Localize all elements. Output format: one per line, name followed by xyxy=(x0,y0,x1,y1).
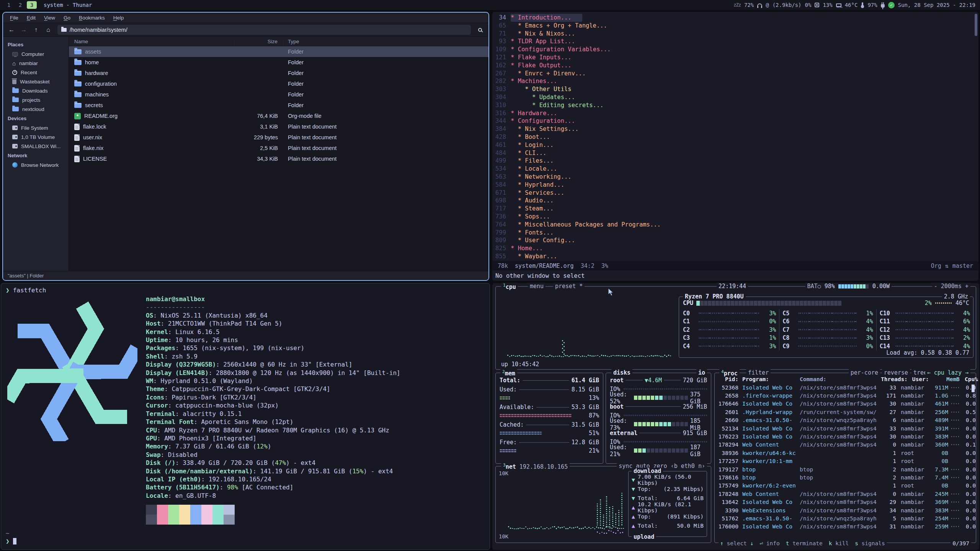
tab-net[interactable]: 3net 192.168.10.165 xyxy=(501,463,570,470)
tab-preset[interactable]: preset * xyxy=(553,283,585,290)
org-line[interactable]: 461* Login... xyxy=(492,141,973,149)
org-line[interactable]: 121* Flake Inputs... xyxy=(492,54,973,62)
file-row-flake-nix[interactable]: flake.nix2,5 KiBPlain text document xyxy=(69,143,488,153)
file-row-machines[interactable]: machinesFolder xyxy=(69,89,488,100)
org-line[interactable]: 65* Emacs + Org + Tangle... xyxy=(492,22,973,30)
process-row[interactable]: 178248Web Content/nix/store/sm8fmrf3wps4… xyxy=(715,490,976,498)
process-row[interactable]: 38936kworker/u64:6-kc1root0B0.0 xyxy=(715,449,976,457)
org-line[interactable]: 310* Editing secrets... xyxy=(492,101,973,109)
file-row-secrets[interactable]: secretsFolder xyxy=(69,100,488,111)
file-row-configuration[interactable]: configurationFolder xyxy=(69,78,488,89)
home-button[interactable]: ⌂ xyxy=(43,25,54,35)
org-line[interactable]: 304* Updates... xyxy=(492,93,973,101)
process-row[interactable]: 52368Isolated Web Co/nix/store/sm8fmrf3w… xyxy=(715,383,976,391)
col-pid[interactable]: Pid: xyxy=(715,376,738,382)
org-line[interactable]: 584* Hyprland... xyxy=(492,181,973,189)
org-line[interactable]: 303* Other Utils xyxy=(492,85,973,93)
file-row-hardware[interactable]: hardwareFolder xyxy=(69,68,488,78)
org-line[interactable]: 34* Introduction... xyxy=(492,14,973,22)
org-line[interactable]: 282* Machines... xyxy=(492,77,973,85)
org-line[interactable]: 344* Configuration... xyxy=(492,117,973,125)
filter-button[interactable]: filter xyxy=(746,369,771,376)
tab-menu[interactable]: menu xyxy=(528,283,546,290)
proc-scrollbar-thumb[interactable] xyxy=(972,385,975,392)
col-command[interactable]: Command: xyxy=(800,376,881,382)
sidebar-item-smallbox-wi-[interactable]: SMALLBOX Wi... xyxy=(3,142,69,151)
path-bar[interactable]: /home/nambiar/system/ xyxy=(57,25,471,35)
org-line[interactable]: 809* User Config... xyxy=(492,236,973,245)
process-row[interactable]: 177257kworker/10:1-mm_1root0B0.0 xyxy=(715,457,976,465)
process-row[interactable]: 179127btopbtop2nambiar7.3M0.0 xyxy=(715,465,976,473)
io-toggle[interactable]: io xyxy=(696,369,707,376)
org-line[interactable]: 428* Boot... xyxy=(492,133,973,141)
scrollbar-thumb[interactable] xyxy=(975,14,977,36)
col-threads[interactable]: Threads: xyxy=(881,376,908,382)
back-button[interactable]: ← xyxy=(6,25,17,35)
column-size[interactable]: Size xyxy=(234,39,283,44)
sidebar-item-recent[interactable]: Recent xyxy=(3,68,69,77)
org-line[interactable]: 825* Home... xyxy=(492,245,973,253)
process-row[interactable]: 51762.emacs-31.0.50-/nix/store/wnqz5pa8r… xyxy=(715,514,976,522)
forward-button[interactable]: → xyxy=(18,25,29,35)
sidebar-item-computer[interactable]: Computer xyxy=(3,49,69,59)
file-row-home[interactable]: homeFolder xyxy=(69,57,488,68)
org-line[interactable]: 736* Sops... xyxy=(492,213,973,221)
process-row[interactable]: 176000Isolated Web Co/nix/store/sm8fmrf3… xyxy=(715,523,976,531)
footer-action-terminate[interactable]: t terminate xyxy=(786,540,823,546)
process-row[interactable]: 175749kworker/6:2-even1root0B0.0 xyxy=(715,482,976,490)
col-user[interactable]: User: xyxy=(908,376,940,382)
org-line[interactable]: 855* Waybar... xyxy=(492,253,973,261)
org-line[interactable]: 499* Files... xyxy=(492,157,973,165)
workspace-2[interactable]: 2 xyxy=(15,1,25,9)
col-cpu[interactable]: Cpu% xyxy=(964,376,978,382)
column-type[interactable]: Type xyxy=(283,39,488,44)
file-row-license[interactable]: LICENSE34,3 KiBPlain text document xyxy=(69,153,488,164)
option-reverse[interactable]: reverse xyxy=(882,369,910,376)
update-interval[interactable]: - 2000ms + xyxy=(932,283,970,290)
workspace-1[interactable]: 1 xyxy=(4,1,14,9)
sidebar-item-wastebasket[interactable]: Wastebasket xyxy=(3,77,69,86)
file-row-user-nix[interactable]: user.nix229 bytesPlain text document xyxy=(69,132,488,143)
process-row[interactable]: 3390WebExtensions/nix/store/sm8fmrf3wps4… xyxy=(715,506,976,514)
proc-header[interactable]: Pid:Program:Command:Threads:User:MemBCpu… xyxy=(715,375,976,383)
org-line[interactable]: 563* Networking... xyxy=(492,173,973,181)
menu-edit[interactable]: Edit xyxy=(23,14,39,22)
org-line[interactable]: 764* Miscellaneous Packages and Programs… xyxy=(492,221,973,229)
org-line[interactable]: 267* Envrc + Direnv... xyxy=(492,70,973,78)
menu-help[interactable]: Help xyxy=(109,14,128,22)
org-line[interactable]: 698* Audio... xyxy=(492,197,973,205)
sidebar-item-projects[interactable]: projects xyxy=(3,95,69,104)
up-button[interactable]: ↑ xyxy=(31,25,41,35)
file-row-flake-lock[interactable]: flake.lock3,1 KiBPlain text document xyxy=(69,121,488,132)
sort-column[interactable]: ← cpu lazy → xyxy=(925,369,970,376)
option-per-core[interactable]: per-core xyxy=(849,369,880,376)
file-row-readme-org[interactable]: *README.org76,4 KiBOrg-mode file xyxy=(69,111,488,121)
tab-cpu[interactable]: 1cpu xyxy=(501,283,518,290)
sidebar-item-downloads[interactable]: Downloads xyxy=(3,86,69,95)
footer-action-select[interactable]: ↑ select ↓ xyxy=(720,540,753,546)
sidebar-item-file-system[interactable]: File System xyxy=(3,123,69,132)
process-row[interactable]: 2658.firefox-wrappe/nix/store/sm8fmrf3wp… xyxy=(715,391,976,399)
process-row[interactable]: 13642Isolated Web Co/nix/store/sm8fmrf3w… xyxy=(715,498,976,506)
org-line[interactable]: 799* Fonts... xyxy=(492,229,973,237)
org-line[interactable]: 384* Nix Settings... xyxy=(492,125,973,133)
search-button[interactable] xyxy=(475,25,485,35)
org-line[interactable]: 316* Hardware... xyxy=(492,109,973,117)
org-line[interactable]: 717* Steam... xyxy=(492,205,973,213)
org-buffer[interactable]: 34* Introduction...65* Emacs + Org + Tan… xyxy=(492,14,973,261)
menu-view[interactable]: View xyxy=(40,14,59,22)
col-program[interactable]: Program: xyxy=(738,376,800,382)
process-row[interactable]: 2660.emacs-31.0.50-/nix/store/wnqz5pa8ra… xyxy=(715,416,976,424)
tab-proc[interactable]: 4proc xyxy=(719,369,740,377)
menu-bookmarks[interactable]: Bookmarks xyxy=(75,14,109,22)
org-line[interactable]: 484* CLI... xyxy=(492,149,973,157)
terminal-window[interactable]: ❯ fastfetch nambiar@smallbox------------… xyxy=(1,283,490,550)
org-line[interactable]: 93* TLDR App List... xyxy=(492,37,973,46)
process-row[interactable]: 178294Web Content/nix/store/sm8fmrf3wps4… xyxy=(715,441,976,449)
org-line[interactable]: 162* Flake Output... xyxy=(492,62,973,70)
org-line[interactable]: 671* Services... xyxy=(492,189,973,197)
footer-action-info[interactable]: ⏎ info xyxy=(760,540,779,546)
col-memb[interactable]: MemB xyxy=(940,376,960,382)
sidebar-item-1-0-tb-volume[interactable]: 1,0 TB Volume xyxy=(3,132,69,142)
column-name[interactable]: Name xyxy=(69,39,234,44)
